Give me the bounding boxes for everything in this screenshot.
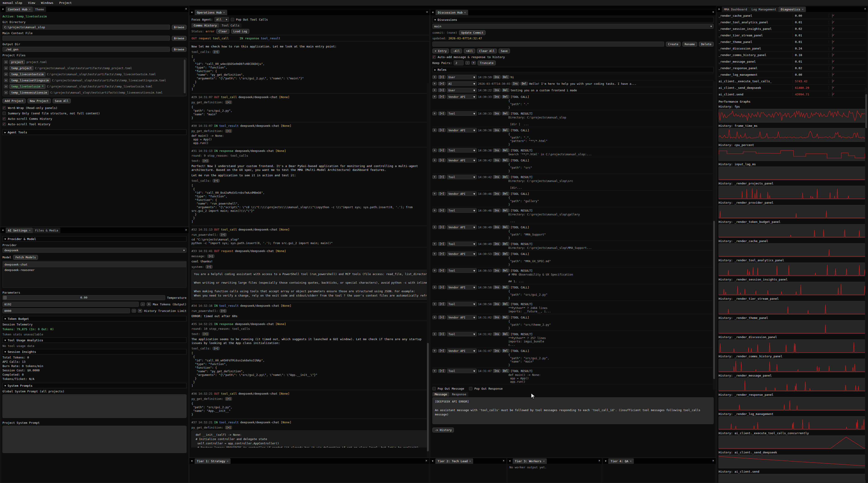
add-entry-button[interactable]: + — [432, 175, 437, 179]
timing-checkbox[interactable] — [832, 92, 833, 96]
expand-button[interactable]: [+] — [225, 397, 232, 400]
expand-entry-button[interactable]: [+] — [438, 149, 445, 152]
role-select[interactable]: Tool▼ — [447, 208, 477, 213]
delete-button[interactable]: Del — [502, 208, 509, 212]
delete-button[interactable]: Del — [502, 316, 509, 319]
global-prompt-textarea[interactable] — [2, 394, 186, 418]
add-entry-button[interactable]: + — [432, 82, 437, 86]
checkbox[interactable] — [2, 106, 6, 109]
keep-pairs-input[interactable]: 2 — [454, 60, 464, 65]
insert-button[interactable]: Ins — [493, 149, 500, 152]
close-icon[interactable]: ✕ — [426, 459, 427, 462]
agent-tools-header[interactable]: ▶ Agent Tools — [2, 130, 186, 135]
max-tokens-input[interactable]: 8192 — [2, 302, 139, 307]
add-entry-button[interactable]: + — [432, 88, 437, 92]
add-project-button[interactable]: Add Project — [2, 99, 26, 103]
add-entry-button[interactable]: + — [432, 128, 437, 132]
file-row[interactable]: xtemp_livecontextsimC:\projects\manual_s… — [4, 71, 185, 77]
panel-menu-icon[interactable]: ▼ — [603, 458, 608, 464]
add-entry-button[interactable]: + — [432, 75, 437, 79]
subtab-comms-history[interactable]: Comms History — [191, 23, 219, 28]
create-button[interactable]: Create — [666, 42, 681, 46]
panel-menu-icon[interactable]: ▼ — [430, 9, 436, 15]
log-code-box[interactable]: def __init__(self) -> None: # Initialize… — [191, 430, 428, 448]
insert-button[interactable]: Ins — [493, 349, 500, 353]
close-icon[interactable]: ✕ — [864, 7, 866, 10]
delete-button[interactable]: Del — [502, 332, 509, 336]
insert-button[interactable]: Ins — [493, 316, 500, 319]
role-select[interactable]: User▼ — [447, 75, 477, 79]
tab-context-hub[interactable]: Context Hub✕ — [6, 6, 33, 12]
plus-button[interactable]: + — [138, 309, 142, 313]
log-code-box[interactable]: You are a helpful coding assistant with … — [191, 270, 428, 300]
autoadd-checkbox[interactable] — [432, 55, 436, 59]
remove-file-button[interactable]: x — [4, 85, 8, 88]
file-row[interactable]: xtemp_livetoolssim *C:\projects\manual_s… — [4, 84, 185, 90]
insert-button[interactable]: Ins — [493, 302, 500, 306]
main-browse-button[interactable]: Browse — [172, 36, 186, 41]
expand-entry-button[interactable]: [+] — [438, 269, 445, 272]
add-entry-button[interactable]: + — [432, 286, 437, 289]
expand-entry-button[interactable]: [+] — [438, 225, 445, 229]
expand-button[interactable]: [+] — [225, 129, 232, 133]
discussion-select[interactable]: main▼ — [432, 24, 714, 29]
delete-button[interactable]: Delete — [699, 42, 714, 46]
delete-button[interactable]: Del — [502, 369, 509, 373]
rename-button[interactable]: Rename — [682, 42, 697, 46]
menu-item-manual-slop[interactable]: manual slop — [3, 1, 22, 4]
save-all-button[interactable]: Save All — [53, 99, 71, 103]
expand-entry-button[interactable]: [+] — [438, 302, 445, 306]
role-select[interactable]: Vendor API▼ — [447, 225, 477, 229]
role-select[interactable]: Vendor API▼ — [447, 158, 477, 162]
expand-entry-button[interactable]: [+] — [438, 192, 445, 195]
delete-button[interactable]: Del — [502, 149, 509, 152]
role-select[interactable]: Vendor API▼ — [447, 315, 477, 320]
role-select[interactable]: Vendor API▼ — [447, 285, 477, 290]
panel-menu-icon[interactable]: ▼ — [507, 458, 513, 464]
insert-button[interactable]: Ins — [493, 369, 500, 373]
delete-button[interactable]: Del — [502, 192, 509, 195]
delete-button[interactable]: Del — [502, 158, 509, 162]
expand-button[interactable]: [+] — [206, 265, 213, 268]
insert-button[interactable]: Ins — [512, 82, 519, 86]
expand-button[interactable]: [+] — [213, 50, 219, 54]
tab-close-icon[interactable]: ✕ — [29, 229, 31, 232]
tab-close-icon[interactable]: ✕ — [223, 11, 225, 14]
delete-button[interactable]: Del — [502, 175, 509, 179]
expand-button[interactable]: [+] — [208, 255, 214, 258]
add-entry-button[interactable]: + — [432, 95, 437, 99]
timing-checkbox[interactable] — [832, 27, 833, 31]
insert-button[interactable]: Ins — [493, 332, 500, 336]
subtab-tool-calls[interactable]: Tool Calls — [219, 23, 242, 28]
discussion-name-input[interactable] — [432, 41, 664, 46]
expand-entry-button[interactable]: [+] — [438, 95, 445, 99]
tab-tier-3[interactable]: Tier 3: Workers✕ — [513, 458, 547, 464]
expand-button[interactable]: [+] — [202, 332, 209, 335]
tab-mma-dashboard[interactable]: MMA Dashboard — [722, 6, 749, 12]
delete-button[interactable]: Del — [502, 349, 509, 353]
expand-entry-button[interactable]: [+] — [438, 332, 445, 336]
delete-button[interactable]: Del — [502, 286, 509, 289]
tab-ai-settings[interactable]: AI Settings✕ — [6, 228, 33, 233]
delete-button[interactable]: Del — [502, 302, 509, 306]
minus-button[interactable]: - — [465, 61, 470, 65]
timing-checkbox[interactable] — [832, 33, 833, 37]
role-select[interactable]: AI▼ — [447, 82, 477, 86]
delete-button[interactable]: Del — [502, 75, 509, 79]
insert-button[interactable]: Ins — [493, 128, 500, 132]
delete-button[interactable]: Del — [502, 95, 509, 99]
-all-button[interactable]: -All — [451, 49, 462, 53]
discussions-header[interactable]: ▼ Discussions — [432, 17, 714, 22]
expand-button[interactable]: [+] — [213, 179, 219, 183]
timing-checkbox[interactable] — [832, 46, 833, 51]
role-select[interactable]: Vendor API▼ — [447, 252, 477, 256]
comms-history-log[interactable]: Now let me check how to run this applica… — [191, 43, 428, 448]
temperature-slider[interactable]: 0.00 — [2, 295, 165, 300]
menu-item-windows[interactable]: Windows — [41, 1, 53, 4]
remove-file-button[interactable]: x — [4, 72, 8, 76]
popout-message-checkbox[interactable] — [432, 387, 436, 390]
delete-button[interactable]: Del — [521, 82, 528, 86]
tab-message[interactable]: Message — [432, 392, 450, 396]
-all-button[interactable]: +All — [464, 49, 475, 53]
popout-toolcalls-checkbox[interactable] — [231, 18, 234, 21]
